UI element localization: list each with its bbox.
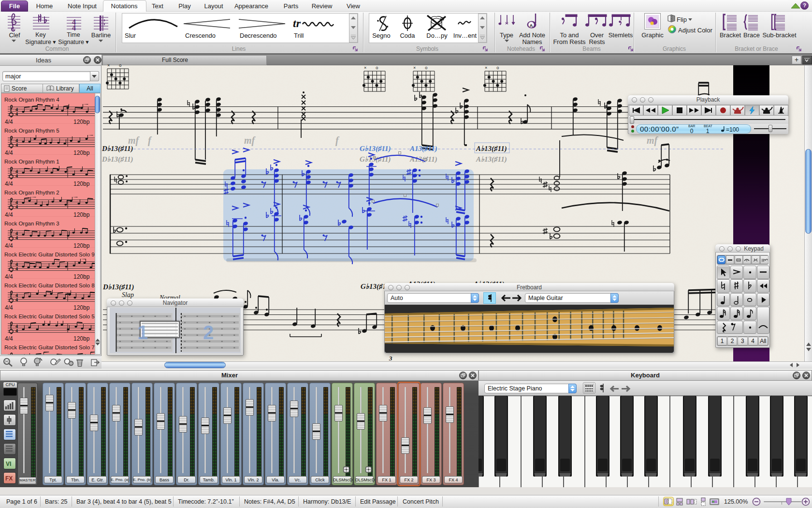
svg-text:f: f bbox=[335, 135, 340, 146]
svg-text:×: × bbox=[107, 63, 110, 68]
svg-text:4: 4 bbox=[15, 328, 18, 333]
svg-text:o: o bbox=[119, 63, 121, 68]
svg-text:×: × bbox=[364, 65, 366, 70]
svg-text:3: 3 bbox=[389, 355, 392, 362]
svg-text:o: o bbox=[376, 65, 378, 70]
svg-text:4: 4 bbox=[15, 204, 18, 209]
svg-text:VI: VI bbox=[6, 461, 11, 467]
svg-text:Slap: Slap bbox=[122, 291, 134, 299]
svg-text:o: o bbox=[496, 65, 499, 70]
svg-text:4: 4 bbox=[15, 266, 18, 271]
svg-text:o: o bbox=[425, 65, 427, 70]
svg-text:4: 4 bbox=[15, 297, 18, 302]
svg-text:FX: FX bbox=[5, 475, 13, 482]
svg-text:4: 4 bbox=[15, 173, 18, 179]
svg-text:f: f bbox=[148, 135, 152, 146]
svg-text:4: 4 bbox=[15, 142, 18, 148]
svg-text:mf: mf bbox=[647, 135, 659, 146]
svg-text:A♭13(♯11): A♭13(♯11) bbox=[476, 155, 507, 164]
svg-text:×: × bbox=[485, 65, 487, 70]
svg-text:mf: mf bbox=[244, 135, 256, 146]
svg-text:4: 4 bbox=[15, 111, 18, 117]
svg-text:4: 4 bbox=[15, 235, 18, 240]
svg-text:=100: =100 bbox=[726, 126, 739, 133]
svg-text:D♭13(♯11): D♭13(♯11) bbox=[102, 155, 133, 164]
svg-text:×: × bbox=[413, 65, 416, 70]
svg-text:D♭13(♯11): D♭13(♯11) bbox=[102, 283, 134, 291]
svg-text:A13(♯11): A13(♯11) bbox=[409, 155, 437, 164]
